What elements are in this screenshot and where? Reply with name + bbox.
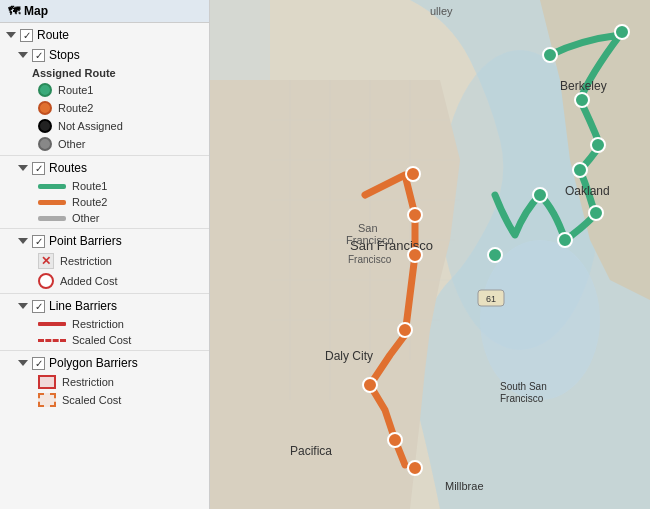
point-barriers-checkbox[interactable]: ✓ <box>32 235 45 248</box>
svg-text:Daly City: Daly City <box>325 349 373 363</box>
routes-checkbox[interactable]: ✓ <box>32 162 45 175</box>
route2-line-item: Route2 <box>0 194 209 210</box>
line-restriction-label: Restriction <box>72 318 124 330</box>
line-scaled-item: Scaled Cost <box>0 332 209 348</box>
svg-text:Francisco: Francisco <box>500 393 544 404</box>
point-barriers-expand-icon <box>18 238 28 244</box>
line-scaled-label: Scaled Cost <box>72 334 131 346</box>
polygon-barriers-subgroup: ✓ Polygon Barriers Restriction Scaled Co… <box>0 353 209 409</box>
svg-point-36 <box>615 25 629 39</box>
line-barriers-label: Line Barriers <box>49 299 117 313</box>
route1-stop-label: Route1 <box>58 84 93 96</box>
map-svg: 61 San Francisco Francisco Berkeley Oakl… <box>210 0 650 509</box>
other-stop-label: Other <box>58 138 86 150</box>
line-barriers-subgroup: ✓ Line Barriers Restriction Scaled Cost <box>0 296 209 348</box>
line-restriction-icon <box>38 322 66 326</box>
line-barriers-expand-icon <box>18 303 28 309</box>
line-barriers-checkbox[interactable]: ✓ <box>32 300 45 313</box>
svg-text:South San: South San <box>500 381 547 392</box>
svg-point-29 <box>408 208 422 222</box>
svg-point-31 <box>398 323 412 337</box>
route-header[interactable]: ✓ Route <box>0 25 209 45</box>
point-barriers-label: Point Barriers <box>49 234 122 248</box>
routes-label: Routes <box>49 161 87 175</box>
svg-text:Pacifica: Pacifica <box>290 444 332 458</box>
other-stop-item: Other <box>0 135 209 153</box>
svg-point-33 <box>388 433 402 447</box>
other-line-item: Other <box>0 210 209 226</box>
poly-scaled-label: Scaled Cost <box>62 394 121 406</box>
routes-subgroup: ✓ Routes Route1 Route2 Other <box>0 158 209 226</box>
svg-text:Francisco: Francisco <box>346 234 394 246</box>
svg-text:San: San <box>358 222 378 234</box>
svg-text:Francisco: Francisco <box>348 254 392 265</box>
route-checkbox[interactable]: ✓ <box>20 29 33 42</box>
poly-restriction-label: Restriction <box>62 376 114 388</box>
not-assigned-icon <box>38 119 52 133</box>
route1-stop-item: Route1 <box>0 81 209 99</box>
routes-expand-icon <box>18 165 28 171</box>
point-restriction-item: Restriction <box>0 251 209 271</box>
svg-text:Millbrae: Millbrae <box>445 480 484 492</box>
stops-subgroup: ✓ Stops Assigned Route Route1 Route2 Not… <box>0 45 209 153</box>
svg-text:Berkeley: Berkeley <box>560 79 607 93</box>
point-barriers-header[interactable]: ✓ Point Barriers <box>0 231 209 251</box>
route2-line-label: Route2 <box>72 196 107 208</box>
stops-label: Stops <box>49 48 80 62</box>
route2-line-icon <box>38 200 66 205</box>
assigned-route-label: Assigned Route <box>0 65 209 81</box>
poly-scaled-item: Scaled Cost <box>0 391 209 409</box>
svg-point-40 <box>589 206 603 220</box>
svg-point-28 <box>406 167 420 181</box>
route2-stop-label: Route2 <box>58 102 93 114</box>
svg-point-32 <box>363 378 377 392</box>
svg-point-30 <box>408 248 422 262</box>
poly-scaled-icon <box>38 393 56 407</box>
svg-text:ulley: ulley <box>430 5 453 17</box>
polygon-barriers-label: Polygon Barriers <box>49 356 138 370</box>
svg-point-43 <box>533 188 547 202</box>
stops-checkbox[interactable]: ✓ <box>32 49 45 62</box>
svg-point-38 <box>591 138 605 152</box>
added-cost-label: Added Cost <box>60 275 117 287</box>
route1-line-label: Route1 <box>72 180 107 192</box>
map-area[interactable]: 61 San Francisco Francisco Berkeley Oakl… <box>210 0 650 509</box>
stops-expand-icon <box>18 52 28 58</box>
divider-4 <box>0 350 209 351</box>
divider-3 <box>0 293 209 294</box>
added-cost-icon <box>38 273 54 289</box>
svg-point-34 <box>408 461 422 475</box>
legend-title: 🗺 Map <box>0 0 209 23</box>
route-expand-icon <box>6 32 16 38</box>
svg-text:61: 61 <box>486 294 496 304</box>
route2-stop-item: Route2 <box>0 99 209 117</box>
route2-dot-icon <box>38 101 52 115</box>
route-group: ✓ Route ✓ Stops Assigned Route Route1 Ro… <box>0 23 209 411</box>
line-scaled-icon <box>38 339 66 342</box>
line-barriers-header[interactable]: ✓ Line Barriers <box>0 296 209 316</box>
route1-dot-icon <box>38 83 52 97</box>
svg-point-3 <box>480 240 600 400</box>
poly-restriction-item: Restriction <box>0 373 209 391</box>
added-cost-item: Added Cost <box>0 271 209 291</box>
polygon-barriers-header[interactable]: ✓ Polygon Barriers <box>0 353 209 373</box>
polygon-barriers-checkbox[interactable]: ✓ <box>32 357 45 370</box>
route1-line-icon <box>38 184 66 189</box>
routes-header[interactable]: ✓ Routes <box>0 158 209 178</box>
legend-panel: 🗺 Map ✓ Route ✓ Stops Assigned Route Rou… <box>0 0 210 509</box>
stops-header[interactable]: ✓ Stops <box>0 45 209 65</box>
other-line-label: Other <box>72 212 100 224</box>
restriction-x-icon <box>38 253 54 269</box>
svg-text:Oakland: Oakland <box>565 184 610 198</box>
route-label: Route <box>37 28 69 42</box>
point-restriction-label: Restriction <box>60 255 112 267</box>
other-stop-icon <box>38 137 52 151</box>
route1-line-item: Route1 <box>0 178 209 194</box>
other-line-icon <box>38 216 66 221</box>
not-assigned-item: Not Assigned <box>0 117 209 135</box>
poly-restriction-icon <box>38 375 56 389</box>
svg-point-35 <box>543 48 557 62</box>
svg-point-41 <box>558 233 572 247</box>
svg-point-39 <box>573 163 587 177</box>
map-icon: 🗺 <box>8 4 20 18</box>
